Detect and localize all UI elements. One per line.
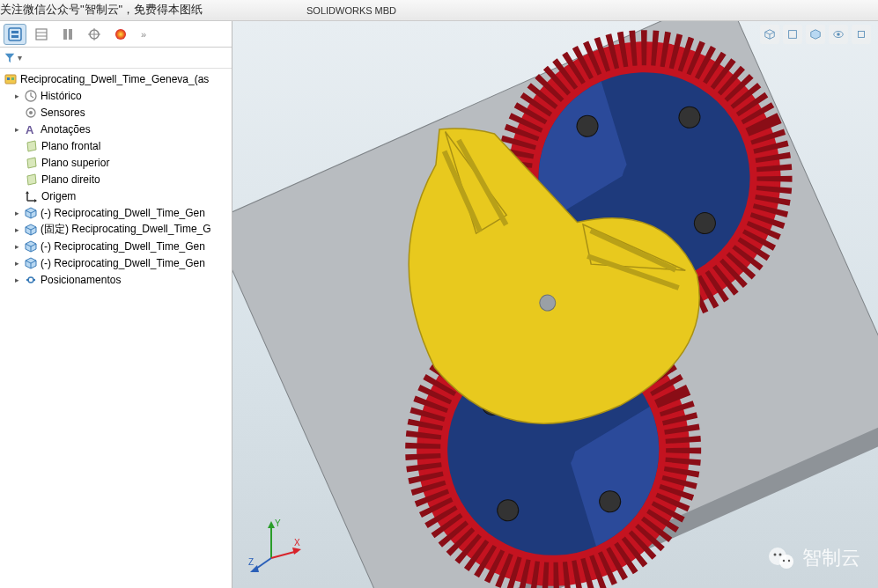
svg-text:A: A xyxy=(26,123,34,136)
part-icon xyxy=(24,206,38,220)
svg-rect-3 xyxy=(36,29,47,40)
feature-tree-tab[interactable] xyxy=(4,24,26,45)
tree-item-plano-frontal[interactable]: Plano frontal xyxy=(0,137,232,154)
svg-point-11 xyxy=(115,29,126,40)
svg-rect-1 xyxy=(11,31,18,33)
overlay-text: 关注微信公众号"智制云"，免费得本图纸 xyxy=(0,2,203,18)
tree-item-part-4[interactable]: ▸ (-) Reciprocating_Dwell_Time_Gen xyxy=(0,254,232,271)
svg-point-55 xyxy=(779,555,793,569)
tree-item-historico[interactable]: ▸ Histórico xyxy=(0,87,232,104)
triad[interactable]: Y X Z xyxy=(245,514,306,576)
svg-rect-12 xyxy=(5,75,16,84)
plane-icon xyxy=(25,139,39,153)
svg-rect-0 xyxy=(9,28,21,40)
config-tab[interactable] xyxy=(56,24,79,45)
sensor-icon xyxy=(24,106,38,120)
svg-marker-21 xyxy=(26,191,29,194)
part-icon xyxy=(24,256,38,270)
tabs-overflow[interactable]: » xyxy=(136,29,151,40)
plane-icon xyxy=(25,173,39,187)
svg-rect-7 xyxy=(69,29,72,40)
feature-manager-panel: » ▾ Reciprocating_Dwell_Time_Geneva_(as … xyxy=(0,21,232,588)
tree-item-plano-superior[interactable]: Plano superior xyxy=(0,154,232,171)
origin-icon xyxy=(25,189,39,203)
watermark: 智制云 xyxy=(767,544,860,572)
tree-root[interactable]: Reciprocating_Dwell_Time_Geneva_(as xyxy=(0,70,232,87)
3d-viewport[interactable]: Y X Z 智制云 xyxy=(232,21,878,588)
tree-item-anotacoes[interactable]: ▸ A Anotações xyxy=(0,121,232,137)
tree-item-sensores[interactable]: Sensores xyxy=(0,104,232,121)
feature-tree[interactable]: Reciprocating_Dwell_Time_Geneva_(as ▸ Hi… xyxy=(0,69,232,588)
tree-item-part-2[interactable]: ▸ (固定) Reciprocating_Dwell_Time_G xyxy=(0,221,232,238)
property-tab[interactable] xyxy=(30,24,53,45)
svg-text:Z: Z xyxy=(248,557,254,567)
part-icon xyxy=(24,239,38,254)
top-menu-bar: 关注微信公众号"智制云"，免费得本图纸 SOLIDWORKS MBD xyxy=(0,0,878,21)
appearance-tab[interactable] xyxy=(109,24,132,45)
filter-row[interactable]: ▾ xyxy=(0,48,232,69)
mates-icon xyxy=(24,273,38,287)
svg-point-17 xyxy=(29,111,33,114)
history-icon xyxy=(24,89,38,103)
panel-tabs: » xyxy=(0,21,232,48)
tree-item-origem[interactable]: Origem xyxy=(0,187,232,204)
mbd-tab[interactable]: SOLIDWORKS MBD xyxy=(306,5,396,16)
svg-rect-14 xyxy=(11,77,14,80)
svg-rect-6 xyxy=(63,29,67,40)
svg-text:X: X xyxy=(294,538,300,548)
annotation-icon: A xyxy=(24,122,38,136)
svg-rect-2 xyxy=(11,35,18,38)
plane-icon xyxy=(25,156,39,170)
svg-point-58 xyxy=(783,560,785,562)
svg-marker-49 xyxy=(292,548,301,555)
svg-text:Y: Y xyxy=(275,518,281,528)
wechat-icon xyxy=(767,544,795,572)
svg-point-57 xyxy=(779,554,782,556)
svg-point-56 xyxy=(774,554,777,556)
tree-item-part-1[interactable]: ▸ (-) Reciprocating_Dwell_Time_Gen xyxy=(0,204,232,221)
tree-item-part-3[interactable]: ▸ (-) Reciprocating_Dwell_Time_Gen xyxy=(0,238,232,254)
svg-rect-13 xyxy=(7,77,10,80)
part-icon xyxy=(24,223,38,237)
svg-marker-46 xyxy=(268,521,275,528)
svg-marker-22 xyxy=(34,199,37,202)
funnel-icon xyxy=(4,52,16,64)
svg-point-59 xyxy=(788,560,790,562)
dimxpert-tab[interactable] xyxy=(83,24,106,45)
tree-item-mates[interactable]: ▸ Posicionamentos xyxy=(0,271,232,288)
model-scene xyxy=(232,21,878,588)
tree-item-plano-direito[interactable]: Plano direito xyxy=(0,171,232,187)
